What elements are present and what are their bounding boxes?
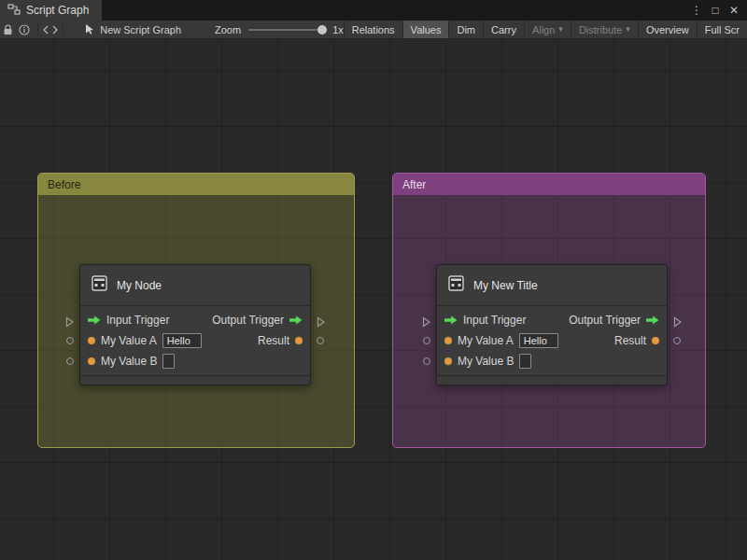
zoom-label: Zoom bbox=[215, 24, 241, 35]
tab-script-graph[interactable]: Script Graph bbox=[0, 0, 102, 21]
value-port-icon bbox=[295, 337, 303, 344]
tab-bar: Script Graph ⋮ □ ✕ bbox=[0, 0, 747, 21]
zoom-control: Zoom 1x bbox=[215, 24, 344, 35]
value-port-icon bbox=[444, 357, 452, 365]
output-flow-port-marker[interactable] bbox=[316, 315, 326, 331]
group-label: Before bbox=[48, 178, 80, 191]
output-trigger-port[interactable]: Output Trigger bbox=[212, 314, 303, 327]
zoom-slider[interactable] bbox=[248, 29, 325, 31]
node-wrapper-before: My Node Input Trigger Output Trigger bbox=[61, 264, 330, 387]
output-trigger-port[interactable]: Output Trigger bbox=[569, 314, 659, 327]
node-header[interactable]: My New Title bbox=[437, 265, 667, 306]
menu-icon[interactable]: ⋮ bbox=[689, 2, 704, 19]
close-icon[interactable]: ✕ bbox=[726, 2, 741, 19]
value-a-port[interactable]: My Value A bbox=[444, 333, 558, 348]
graph-canvas[interactable]: Before After bbox=[0, 39, 747, 560]
value-port-icon bbox=[88, 337, 95, 344]
graph-toolbar: New Script Graph Zoom 1x Relations Value… bbox=[0, 21, 747, 39]
node-my-node[interactable]: My Node Input Trigger Output Trigger bbox=[79, 264, 311, 385]
graph-name: New Script Graph bbox=[100, 24, 181, 35]
toolbar-divider bbox=[37, 23, 38, 35]
zoom-value: 1x bbox=[332, 24, 344, 35]
value-b-input[interactable] bbox=[519, 354, 531, 369]
distribute-button[interactable]: Distribute▾ bbox=[571, 21, 638, 39]
align-button[interactable]: Align▾ bbox=[524, 21, 571, 39]
values-button[interactable]: Values bbox=[402, 21, 449, 39]
value-a-input[interactable] bbox=[519, 333, 558, 348]
input-value-port-marker[interactable] bbox=[66, 337, 74, 344]
input-value-port-marker[interactable] bbox=[423, 337, 430, 344]
code-graph-icon[interactable] bbox=[42, 21, 58, 39]
node-header[interactable]: My Node bbox=[80, 265, 310, 306]
window-controls: ⋮ □ ✕ bbox=[689, 2, 747, 19]
group-label: After bbox=[402, 178, 426, 191]
script-graph-icon bbox=[7, 4, 21, 18]
port-row: My Value B bbox=[437, 351, 667, 371]
node-footer bbox=[80, 375, 310, 385]
node-title: My Node bbox=[117, 279, 162, 292]
input-trigger-port[interactable]: Input Trigger bbox=[88, 314, 169, 327]
toolbar-divider bbox=[63, 23, 63, 35]
port-row: My Value B bbox=[80, 351, 310, 371]
input-flow-port-marker[interactable] bbox=[64, 315, 75, 331]
zoom-slider-knob[interactable] bbox=[317, 25, 327, 35]
dropdown-arrow-icon: ▾ bbox=[626, 25, 630, 34]
group-before-header[interactable]: Before bbox=[38, 174, 354, 195]
group-after-header[interactable]: After bbox=[393, 174, 705, 195]
node-title: My New Title bbox=[473, 279, 538, 292]
carry-button[interactable]: Carry bbox=[483, 21, 524, 39]
info-icon[interactable] bbox=[16, 21, 32, 39]
port-row: Input Trigger Output Trigger bbox=[80, 310, 310, 330]
node-wrapper-after: My New Title Input Trigger Output Trigge… bbox=[417, 264, 686, 387]
tab-label: Script Graph bbox=[26, 4, 89, 17]
output-value-port-marker[interactable] bbox=[317, 337, 324, 344]
fullscreen-button[interactable]: Full Scr bbox=[697, 21, 747, 39]
input-value-port-marker[interactable] bbox=[423, 357, 430, 365]
dropdown-arrow-icon: ▾ bbox=[558, 25, 563, 34]
unit-icon bbox=[447, 274, 465, 296]
node-ports: Input Trigger Output Trigger My Value A bbox=[80, 306, 310, 375]
value-port-icon bbox=[444, 337, 452, 344]
result-port[interactable]: Result bbox=[614, 334, 659, 347]
input-flow-port-marker[interactable] bbox=[421, 315, 431, 331]
toolbar-buttons: Relations Values Dim Carry Align▾ Distri… bbox=[344, 21, 747, 39]
input-value-port-marker[interactable] bbox=[66, 357, 74, 365]
value-b-port[interactable]: My Value B bbox=[88, 354, 175, 369]
flow-arrow-icon bbox=[444, 315, 458, 325]
value-a-input[interactable] bbox=[162, 333, 202, 348]
value-port-icon bbox=[88, 357, 95, 365]
port-row: My Value A Result bbox=[437, 330, 667, 351]
relations-button[interactable]: Relations bbox=[344, 21, 402, 39]
output-flow-port-marker[interactable] bbox=[672, 315, 683, 331]
node-footer bbox=[437, 375, 667, 385]
port-row: My Value A Result bbox=[80, 330, 310, 351]
value-b-port[interactable]: My Value B bbox=[444, 354, 531, 369]
script-graph-window: Script Graph ⋮ □ ✕ New Script Graph Zoom bbox=[0, 0, 747, 560]
value-a-port[interactable]: My Value A bbox=[88, 333, 202, 348]
value-b-input[interactable] bbox=[162, 354, 175, 369]
flow-arrow-icon bbox=[646, 315, 659, 325]
graph-breadcrumb: New Script Graph bbox=[85, 23, 181, 36]
value-port-icon bbox=[652, 337, 659, 344]
dim-button[interactable]: Dim bbox=[448, 21, 483, 39]
output-value-port-marker[interactable] bbox=[673, 337, 681, 344]
flow-arrow-icon bbox=[88, 315, 101, 325]
cursor-icon bbox=[85, 23, 94, 36]
node-ports: Input Trigger Output Trigger My Value A bbox=[437, 306, 667, 375]
result-port[interactable]: Result bbox=[258, 334, 303, 347]
maximize-icon[interactable]: □ bbox=[708, 2, 723, 19]
lock-icon[interactable] bbox=[0, 21, 16, 39]
flow-arrow-icon bbox=[289, 315, 303, 325]
node-my-new-title[interactable]: My New Title Input Trigger Output Trigge… bbox=[436, 264, 668, 385]
input-trigger-port[interactable]: Input Trigger bbox=[444, 314, 526, 327]
port-row: Input Trigger Output Trigger bbox=[437, 310, 667, 330]
unit-icon bbox=[91, 274, 108, 296]
overview-button[interactable]: Overview bbox=[638, 21, 697, 39]
